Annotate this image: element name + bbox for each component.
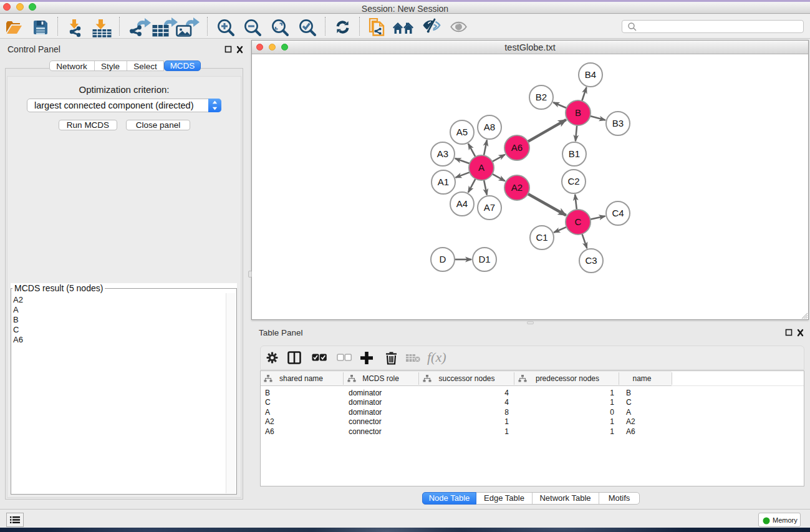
svg-text:A8: A8	[484, 122, 495, 132]
svg-text:B2: B2	[536, 92, 547, 102]
svg-text:C2: C2	[567, 176, 579, 186]
svg-text:A5: A5	[456, 127, 468, 137]
svg-text:B1: B1	[569, 148, 580, 159]
svg-text:A7: A7	[484, 202, 495, 213]
svg-text:A3: A3	[437, 148, 448, 159]
svg-text:C1: C1	[536, 232, 547, 243]
svg-text:A2: A2	[511, 182, 523, 193]
svg-text:C4: C4	[612, 208, 624, 218]
svg-text:C3: C3	[585, 255, 597, 266]
svg-text:A4: A4	[456, 198, 468, 209]
svg-text:A: A	[478, 162, 485, 173]
svg-text:A1: A1	[438, 177, 449, 187]
svg-text:A6: A6	[511, 142, 523, 153]
svg-text:B3: B3	[612, 118, 624, 128]
svg-text:C: C	[575, 216, 582, 227]
svg-text:D: D	[440, 254, 446, 264]
svg-text:B: B	[575, 107, 581, 118]
svg-text:D1: D1	[478, 254, 490, 264]
svg-text:B4: B4	[585, 69, 596, 80]
